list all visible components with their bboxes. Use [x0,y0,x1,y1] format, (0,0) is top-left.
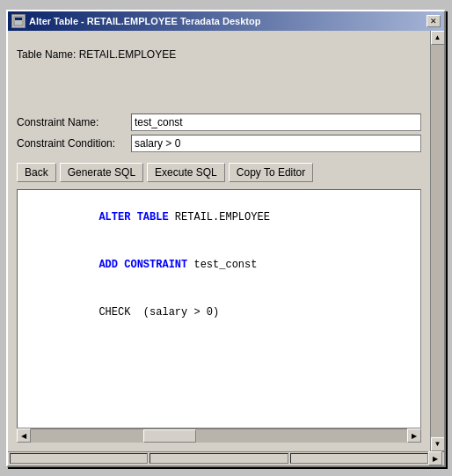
constraint-name-input[interactable] [131,114,421,131]
execute-sql-button[interactable]: Execute SQL [147,163,225,182]
sql-line-1: ALTER TABLE RETAIL.EMPLOYEE [23,194,415,241]
sql-check-clause: CHECK (salary > 0) [98,306,219,319]
generate-sql-button[interactable]: Generate SQL [60,163,143,182]
main-window: Alter Table - RETAIL.EMPLOYEE Teradata D… [6,10,446,467]
close-button[interactable]: ✕ [426,15,441,27]
table-name-label: Table Name: RETAIL.EMPLOYEE [17,48,176,61]
window-icon [11,14,26,28]
constraint-condition-label: Constraint Condition: [17,137,131,150]
constraint-name-label: Constraint Name: [17,116,131,128]
main-area: Table Name: RETAIL.EMPLOYEE Constraint N… [8,31,430,451]
scroll-left-button[interactable]: ◀ [17,428,31,443]
action-buttons: Back Generate SQL Execute SQL Copy To Ed… [17,163,421,182]
sql-output-container: ALTER TABLE RETAIL.EMPLOYEE ADD CONSTRAI… [17,189,421,428]
sql-keyword-add: ADD CONSTRAINT [98,259,187,271]
sql-line-2: ADD CONSTRAINT test_const [23,241,415,289]
window-content: Table Name: RETAIL.EMPLOYEE Constraint N… [8,31,444,451]
sql-constraint-name: test_const [187,259,257,271]
sql-table-name: RETAIL.EMPLOYEE [169,211,270,223]
v-scroll-track[interactable] [431,45,444,437]
status-segments [10,453,428,464]
title-bar: Alter Table - RETAIL.EMPLOYEE Teradata D… [8,11,444,31]
constraint-condition-input[interactable] [131,135,421,152]
svg-rect-1 [15,18,22,20]
constraint-condition-row: Constraint Condition: [17,135,421,152]
table-name-section: Table Name: RETAIL.EMPLOYEE [17,48,421,61]
corner-resize-button[interactable]: ▶ [428,451,442,465]
sql-keyword-alter: ALTER TABLE [98,211,168,223]
status-segment-3 [290,453,428,464]
window-title: Alter Table - RETAIL.EMPLOYEE Teradata D… [29,16,260,26]
status-bar: ▶ [8,451,444,465]
status-segment-1 [10,453,148,464]
scroll-up-button[interactable]: ▲ [431,31,445,45]
vertical-scrollbar: ▲ ▼ [430,31,444,451]
horizontal-scrollbar: ◀ ▶ [17,428,421,443]
back-button[interactable]: Back [17,163,56,182]
h-scroll-thumb[interactable] [143,429,196,443]
sql-output: ALTER TABLE RETAIL.EMPLOYEE ADD CONSTRAI… [18,190,420,428]
scroll-down-button[interactable]: ▼ [431,437,445,451]
constraint-name-row: Constraint Name: [17,114,421,131]
form-section: Constraint Name: Constraint Condition: [17,114,421,156]
title-buttons: ✕ [426,15,441,27]
scroll-right-button[interactable]: ▶ [407,428,421,443]
copy-to-editor-button[interactable]: Copy To Editor [229,163,314,182]
title-bar-left: Alter Table - RETAIL.EMPLOYEE Teradata D… [11,14,260,28]
h-scroll-track[interactable] [31,429,407,443]
sql-line-3: CHECK (salary > 0) [23,289,415,336]
status-segment-2 [149,453,288,464]
